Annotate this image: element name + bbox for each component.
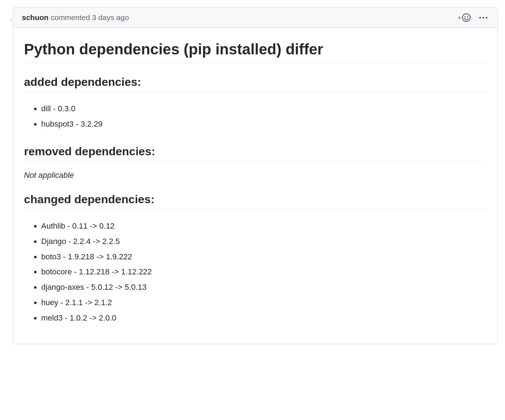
removed-placeholder: Not applicable — [24, 171, 487, 180]
list-item: boto3 - 1.9.218 -> 1.9.222 — [41, 249, 487, 265]
list-item: botocore - 1.12.218 -> 1.12.222 — [41, 264, 487, 280]
comment-timestamp[interactable]: 3 days ago — [92, 13, 129, 21]
list-item: hubspot3 - 3.2.29 — [41, 117, 487, 132]
emoji-icon — [462, 13, 471, 22]
svg-point-0 — [464, 16, 466, 18]
comment-actions: + — [457, 13, 489, 22]
kebab-dot-icon — [479, 17, 481, 19]
list-item: meld3 - 1.0.2 -> 2.0.0 — [41, 311, 487, 326]
list-item: Authlib - 0.11 -> 0.12 — [41, 219, 487, 234]
changed-list: Authlib - 0.11 -> 0.12 Django - 2.2.4 ->… — [24, 219, 487, 326]
comment-meta: schuon commented 3 days ago — [22, 13, 129, 22]
comment-body: Python dependencies (pip installed) diff… — [13, 28, 497, 344]
list-item: django-axes - 5.0.12 -> 5.0.13 — [41, 280, 487, 295]
comment-action-text: commented — [51, 13, 90, 21]
added-list: dill - 0.3.0 hubspot3 - 3.2.29 — [24, 101, 487, 132]
removed-heading: removed dependencies: — [24, 145, 487, 162]
plus-icon: + — [457, 14, 461, 21]
added-heading: added dependencies: — [24, 75, 487, 93]
more-options-button[interactable] — [478, 15, 489, 20]
comment-header: schuon commented 3 days ago + — [13, 8, 497, 28]
list-item: Django - 2.2.4 -> 2.2.5 — [41, 234, 487, 249]
list-item: dill - 0.3.0 — [41, 101, 487, 117]
changed-heading: changed dependencies: — [24, 193, 487, 210]
list-item: huey - 2.1.1 -> 2.1.2 — [41, 295, 487, 311]
svg-point-1 — [467, 16, 468, 18]
kebab-dot-icon — [482, 17, 484, 19]
add-reaction-button[interactable]: + — [457, 13, 471, 22]
comment-author[interactable]: schuon — [22, 13, 49, 21]
kebab-dot-icon — [486, 17, 487, 19]
comment-container: schuon commented 3 days ago + Python — [13, 7, 498, 344]
comment-title: Python dependencies (pip installed) diff… — [24, 41, 487, 63]
